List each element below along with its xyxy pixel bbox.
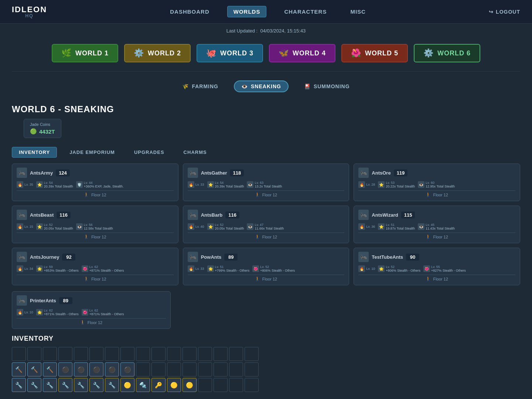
world-2-button[interactable]: ⚙️ WORLD 2: [124, 44, 191, 62]
skill-tab-sneaking[interactable]: 👁️ SNEAKING: [234, 80, 289, 92]
char-skills-antsore: 🔥 Lv. 28 ⭐ Lv. 5320.22x Total Stealth 👁️…: [358, 181, 515, 188]
inv-slot[interactable]: 🔧: [74, 378, 88, 392]
nav-worlds[interactable]: WORLDS: [227, 6, 267, 17]
inv-slot[interactable]: 🟡: [167, 378, 181, 392]
inv-slot[interactable]: ⚫: [58, 362, 72, 376]
inv-slot[interactable]: 🔨: [43, 362, 57, 376]
inv-slot[interactable]: [198, 347, 212, 361]
inv-tab-charms[interactable]: CHARMS: [177, 147, 214, 157]
inv-slot[interactable]: [183, 362, 197, 376]
world-5-label: WORLD 5: [365, 49, 398, 57]
inv-slot[interactable]: [58, 347, 72, 361]
floor-icon: 🚶: [255, 192, 260, 197]
inv-slot[interactable]: 🟡: [183, 378, 197, 392]
logout-button[interactable]: ↪ LOGOUT: [489, 9, 520, 15]
floor-icon: 🚶: [255, 234, 260, 239]
inv-slot[interactable]: [43, 347, 57, 361]
inv-tab-upgrades[interactable]: UPGRADES: [127, 147, 171, 157]
world-3-button[interactable]: 🐙 WORLD 3: [197, 44, 263, 62]
char-icon-antswizard: 🐜: [358, 210, 369, 220]
inv-slot[interactable]: [229, 347, 243, 361]
char-floor-antsbarb: 🚶 Floor 12: [188, 233, 345, 241]
inv-slot[interactable]: 🔧: [105, 378, 119, 392]
inv-slot[interactable]: [27, 347, 41, 361]
inv-slot[interactable]: [229, 378, 243, 392]
inv-slot[interactable]: [214, 362, 228, 376]
nav-dashboard[interactable]: DASHBOARD: [164, 6, 215, 17]
world-5-icon: 🌺: [351, 48, 361, 58]
floor-icon: 🚶: [255, 276, 260, 281]
inv-slot[interactable]: [198, 362, 212, 376]
inv-slot[interactable]: 🔨: [27, 362, 41, 376]
inv-slot[interactable]: 🔩: [136, 378, 150, 392]
char-icon-antsore: 🐜: [358, 168, 369, 178]
inv-slot[interactable]: ⚫: [105, 362, 119, 376]
inv-slot[interactable]: [167, 362, 181, 376]
nav-characters[interactable]: CHARACTERS: [278, 6, 332, 17]
world-4-button[interactable]: 🦋 WORLD 4: [269, 44, 335, 62]
world-6-button[interactable]: ⚙️ WORLD 6: [414, 44, 480, 62]
inv-tab-inventory[interactable]: INVENTORY: [12, 147, 57, 158]
sneaking-label: SNEAKING: [251, 83, 281, 89]
inv-slot[interactable]: [245, 362, 259, 376]
world-6-label: WORLD 6: [437, 49, 471, 57]
inventory-tabs: INVENTORY JADE EMPORIUM UPGRADES CHARMS: [0, 147, 532, 164]
skill-tabs: 🌾 FARMING 👁️ SNEAKING 🎴 SUMMONING: [0, 75, 532, 98]
inv-slot[interactable]: 🔑: [151, 378, 166, 392]
inv-slot[interactable]: [198, 378, 212, 392]
inv-slot[interactable]: ⚫: [120, 362, 134, 376]
inv-slot[interactable]: [245, 378, 259, 392]
inv-slot[interactable]: [183, 347, 197, 361]
world-1-button[interactable]: 🌿 WORLD 1: [52, 44, 118, 62]
char-icon-antsjourney: 🐜: [17, 252, 27, 262]
char-name-antsarmy: AntsArmy: [30, 170, 53, 176]
inv-slot[interactable]: [74, 347, 88, 361]
floor-icon: 🚶: [426, 234, 431, 239]
char-level-antsore: 119: [394, 169, 408, 176]
char-floor-antsore: 🚶 Floor 12: [358, 190, 515, 199]
inv-slot[interactable]: [120, 347, 134, 361]
inv-slot[interactable]: 🔧: [12, 378, 26, 392]
nav-misc[interactable]: MISC: [344, 6, 372, 17]
inv-slot[interactable]: [167, 347, 181, 361]
char-skills-antsgather: 🔥 Lv. 33 ⭐ Lv. 5420.39x Total Stealth 👁️…: [188, 181, 345, 188]
inv-slot[interactable]: [214, 347, 228, 361]
world-2-label: WORLD 2: [148, 49, 181, 57]
inv-slot[interactable]: [151, 347, 166, 361]
inv-slot[interactable]: [214, 378, 228, 392]
inv-slot[interactable]: 🔧: [89, 378, 103, 392]
inv-slot[interactable]: [105, 347, 119, 361]
inv-slot[interactable]: ⚫: [74, 362, 88, 376]
jade-coins-label: Jade Coins: [30, 122, 55, 127]
farming-label: FARMING: [192, 83, 218, 89]
inv-slot[interactable]: 🔨: [12, 362, 26, 376]
char-card-antswizard: 🐜 AntsWizard 115 🔥 Lv. 36 ⭐ Lv. 5119.87x…: [354, 206, 520, 243]
inv-slot[interactable]: [12, 347, 26, 361]
floor-icon: 🚶: [84, 276, 89, 281]
inv-slot[interactable]: ⚫: [89, 362, 103, 376]
world-3-icon: 🐙: [206, 48, 216, 58]
inv-slot[interactable]: [245, 347, 259, 361]
inv-slot[interactable]: 🟡: [120, 378, 134, 392]
inv-slot[interactable]: [136, 362, 150, 376]
jade-coins-icon: 🟢: [30, 128, 37, 135]
inv-slot[interactable]: 🔧: [27, 378, 41, 392]
char-name-antsgather: AntsGather: [201, 170, 227, 176]
inv-slot[interactable]: [151, 362, 166, 376]
world-5-button[interactable]: 🌺 WORLD 5: [341, 44, 408, 62]
inventory-row-2: 🔨 🔨 🔨 ⚫ ⚫ ⚫ ⚫ ⚫: [12, 362, 520, 376]
inv-slot[interactable]: [89, 347, 103, 361]
world-6-icon: ⚙️: [423, 48, 434, 58]
inv-slot[interactable]: 🔧: [43, 378, 57, 392]
char-level-powants: 89: [224, 254, 238, 261]
inv-slot[interactable]: [136, 347, 150, 361]
skill-tab-summoning[interactable]: 🎴 SUMMONING: [297, 80, 357, 92]
inv-slot[interactable]: 🔧: [58, 378, 72, 392]
printer-ants-row: 🐜 PrinterAnts 89 🔥 Lv. 10 🌟 Lv. 62+871% …: [0, 291, 532, 335]
skill-tab-farming[interactable]: 🌾 FARMING: [175, 80, 225, 92]
char-floor-antsjourney: 🚶 Floor 12: [17, 275, 174, 283]
inv-slot[interactable]: [229, 362, 243, 376]
main-nav: DASHBOARD WORLDS CHARACTERS MISC: [164, 6, 372, 17]
jade-coins-box: Jade Coins 🟢 4432T: [24, 119, 61, 138]
inv-tab-jade-emporium[interactable]: JADE EMPORIUM: [63, 147, 122, 157]
